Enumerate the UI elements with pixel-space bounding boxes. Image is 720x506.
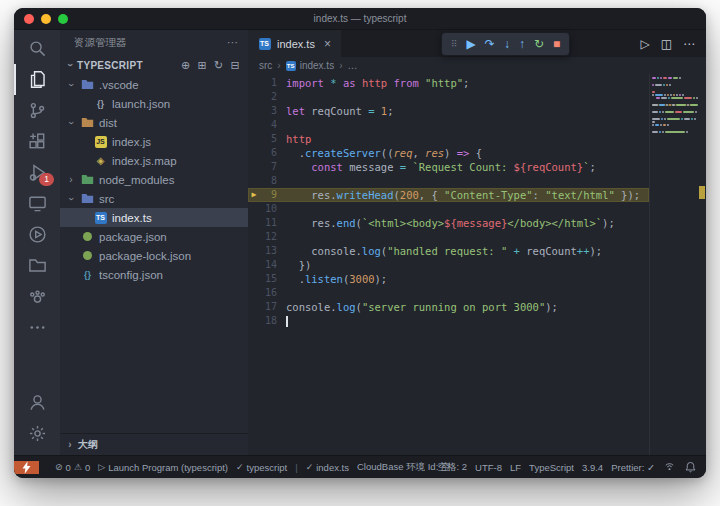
activity-source-control-icon[interactable] [14,95,60,126]
line-number[interactable]: 14 [260,258,277,272]
activity-library-icon[interactable] [14,250,60,281]
activity-cloudbase-icon[interactable] [14,281,60,312]
tree-item-index.js.map[interactable]: ◈index.js.map [60,151,248,170]
remote-indicator[interactable] [14,461,39,474]
line-number[interactable]: 10 [260,202,277,216]
tree-item-node_modules[interactable]: ›node_modules [60,170,248,189]
stop-button[interactable]: ■ [553,38,560,50]
line-number[interactable]: 17 [260,300,277,314]
language-mode-status[interactable]: TypeScript [529,462,574,473]
breakpoint-margin[interactable] [248,216,260,230]
activity-accounts-icon[interactable] [14,387,60,418]
breadcrumb-folder[interactable]: src [259,60,272,71]
zoom-window-button[interactable] [58,14,68,24]
workspace-section-header[interactable]: › TYPESCRIPT ⊕⊞↻⊟ [60,55,248,75]
line-number[interactable]: 18 [260,314,277,328]
line-number[interactable]: 7 [260,160,277,174]
tree-item-src[interactable]: ›src [60,189,248,208]
code-line-14[interactable]: 14 }) [248,258,649,272]
encoding-status[interactable]: UTF-8 [475,462,502,473]
refresh-icon[interactable]: ↻ [214,59,224,72]
line-number[interactable]: 5 [260,132,277,146]
tree-item-package-lock.json[interactable]: package-lock.json [60,246,248,265]
tree-item-tsconfig.json[interactable]: {}tsconfig.json [60,265,248,284]
line-number[interactable]: 13 [260,244,277,258]
tree-item-launch.json[interactable]: {}launch.json [60,94,248,113]
code-line-9[interactable]: ▶9 res.writeHead(200, { "Content-Type": … [248,188,649,202]
close-window-button[interactable] [24,14,34,24]
close-tab-icon[interactable]: × [324,37,331,51]
breakpoint-margin[interactable] [248,230,260,244]
restart-button[interactable]: ↻ [534,38,544,50]
line-number[interactable]: 6 [260,146,277,160]
line-number[interactable]: 15 [260,272,277,286]
step-into-button[interactable]: ↓ [504,38,510,50]
outline-section-header[interactable]: › 大纲 [60,433,248,455]
code-line-1[interactable]: 1import * as http from "http"; [248,76,649,90]
typescript-check-status[interactable]: ✓ typescript [236,462,287,473]
breakpoint-margin[interactable] [248,272,260,286]
activity-explorer-icon[interactable] [14,64,60,95]
tree-item-dist[interactable]: ›dist [60,113,248,132]
activity-remote-explorer-icon[interactable] [14,188,60,219]
new-file-icon[interactable]: ⊕ [181,59,191,72]
collapse-all-icon[interactable]: ⊟ [230,59,240,72]
tab-index-ts[interactable]: TS index.ts × [248,30,341,57]
debug-current-line-icon[interactable]: ▶ [248,188,260,202]
breakpoint-margin[interactable] [248,118,260,132]
activity-test-explorer-icon[interactable] [14,219,60,250]
code-line-3[interactable]: 3let reqCount = 1; [248,104,649,118]
line-number[interactable]: 2 [260,90,277,104]
code-line-8[interactable]: 8 [248,174,649,188]
problems-status[interactable]: ⊘ 0 ⚠ 0 [55,462,90,473]
code-line-16[interactable]: 16 [248,286,649,300]
split-editor-button[interactable]: ◫ [661,37,672,51]
breakpoint-margin[interactable] [248,286,260,300]
line-number[interactable]: 16 [260,286,277,300]
tree-item-index.js[interactable]: JSindex.js [60,132,248,151]
breakpoint-margin[interactable] [248,202,260,216]
overview-ruler[interactable] [698,74,706,455]
step-out-button[interactable]: ↑ [519,38,525,50]
activity-run-and-debug-icon[interactable]: 1 [14,157,60,188]
activity-settings-icon[interactable] [14,418,60,449]
activity-extensions-icon[interactable] [14,126,60,157]
prettier-status[interactable]: Prettier: ✓ [611,462,655,473]
notifications-bell-icon[interactable] [684,461,697,474]
minimize-window-button[interactable] [41,14,51,24]
breakpoint-margin[interactable] [248,160,260,174]
new-folder-icon[interactable]: ⊞ [197,59,207,72]
feedback-icon[interactable] [663,461,676,474]
line-number[interactable]: 9 [260,188,277,202]
tree-item-package.json[interactable]: package.json [60,227,248,246]
tree-item-index.ts[interactable]: TSindex.ts [60,208,248,227]
line-number[interactable]: 11 [260,216,277,230]
code-line-13[interactable]: 13 console.log("handled request: " + req… [248,244,649,258]
code-line-5[interactable]: 5http [248,132,649,146]
breakpoint-margin[interactable] [248,258,260,272]
code-line-4[interactable]: 4 [248,118,649,132]
line-number[interactable]: 8 [260,174,277,188]
line-number[interactable]: 12 [260,230,277,244]
line-number[interactable]: 3 [260,104,277,118]
breakpoint-margin[interactable] [248,132,260,146]
code-line-15[interactable]: 15 .listen(3000); [248,272,649,286]
code-line-7[interactable]: 7 const message = `Request Count: ${reqC… [248,160,649,174]
drag-handle-icon[interactable]: ⠿ [451,39,458,49]
run-button[interactable]: ▷ [640,37,649,51]
code-line-11[interactable]: 11 res.end(`<html><body>${message}</body… [248,216,649,230]
code-line-6[interactable]: 6 .createServer((req, res) => { [248,146,649,160]
more-actions-icon[interactable]: ⋯ [227,36,238,49]
code-line-18[interactable]: 18 [248,314,649,328]
indentation-status[interactable]: 空格: 2 [438,461,468,474]
cloudbase-env-status[interactable]: CloudBase 环境 Id: 空 [357,461,450,474]
activity-more-icon[interactable] [14,312,60,343]
line-number[interactable]: 1 [260,76,277,90]
continue-button[interactable]: ▶ [467,38,476,50]
file-check-status[interactable]: ✓ index.ts [306,462,349,473]
line-number[interactable]: 4 [260,118,277,132]
eol-status[interactable]: LF [510,462,521,473]
breakpoint-margin[interactable] [248,174,260,188]
breakpoint-margin[interactable] [248,146,260,160]
code-line-12[interactable]: 12 [248,230,649,244]
